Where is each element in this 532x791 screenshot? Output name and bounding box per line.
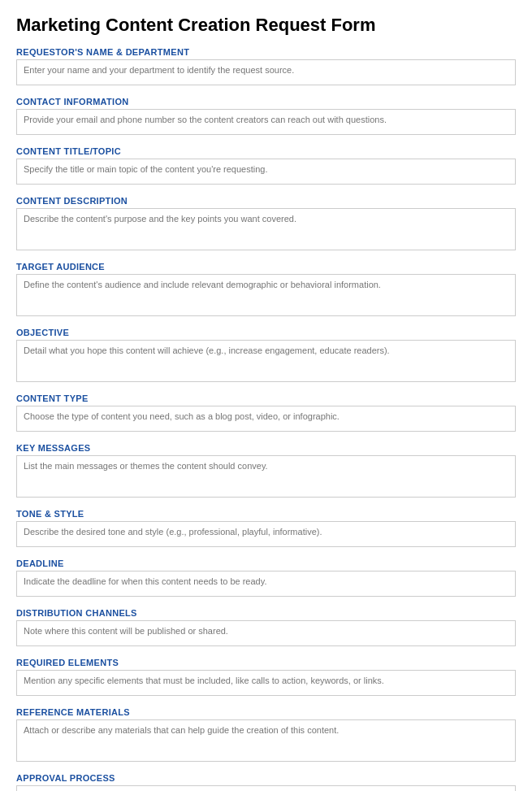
- section-content-description: CONTENT DESCRIPTION: [16, 196, 516, 254]
- label-content-title: CONTENT TITLE/TOPIC: [16, 146, 516, 156]
- label-distribution-channels: DISTRIBUTION CHANNELS: [16, 608, 516, 618]
- section-target-audience: TARGET AUDIENCE: [16, 262, 516, 319]
- section-required-elements: REQUIRED ELEMENTS: [16, 658, 516, 699]
- label-content-description: CONTENT DESCRIPTION: [16, 196, 516, 206]
- label-reference-materials: REFERENCE MATERIALS: [16, 707, 516, 717]
- label-key-messages: KEY MESSAGES: [16, 443, 516, 453]
- input-required-elements[interactable]: [16, 670, 516, 696]
- section-objective: OBJECTIVE: [16, 328, 516, 385]
- input-requestors-name[interactable]: [16, 59, 516, 85]
- input-approval-process[interactable]: [16, 785, 516, 791]
- input-content-description[interactable]: [16, 208, 516, 250]
- label-deadline: DEADLINE: [16, 558, 516, 568]
- input-contact-information[interactable]: [16, 109, 516, 135]
- input-tone-style[interactable]: [16, 521, 516, 547]
- section-tone-style: TONE & STYLE: [16, 509, 516, 550]
- label-approval-process: APPROVAL PROCESS: [16, 773, 516, 783]
- label-target-audience: TARGET AUDIENCE: [16, 262, 516, 272]
- input-content-title[interactable]: [16, 159, 516, 185]
- input-objective[interactable]: [16, 340, 516, 382]
- section-contact-information: CONTACT INFORMATION: [16, 97, 516, 138]
- section-distribution-channels: DISTRIBUTION CHANNELS: [16, 608, 516, 650]
- label-tone-style: TONE & STYLE: [16, 509, 516, 519]
- section-content-type: CONTENT TYPE: [16, 393, 516, 435]
- input-reference-materials[interactable]: [16, 719, 516, 762]
- label-contact-information: CONTACT INFORMATION: [16, 97, 516, 106]
- input-key-messages[interactable]: [16, 455, 516, 498]
- page-title: Marketing Content Creation Request Form: [16, 15, 516, 36]
- label-content-type: CONTENT TYPE: [16, 393, 516, 403]
- section-deadline: DEADLINE: [16, 558, 516, 600]
- input-deadline[interactable]: [16, 571, 516, 597]
- input-target-audience[interactable]: [16, 274, 516, 316]
- section-requestors-name: REQUESTOR'S NAME & DEPARTMENT: [16, 47, 516, 89]
- label-objective: OBJECTIVE: [16, 328, 516, 337]
- input-distribution-channels[interactable]: [16, 620, 516, 646]
- input-content-type[interactable]: [16, 406, 516, 432]
- label-required-elements: REQUIRED ELEMENTS: [16, 658, 516, 667]
- section-key-messages: KEY MESSAGES: [16, 443, 516, 501]
- section-reference-materials: REFERENCE MATERIALS: [16, 707, 516, 765]
- section-content-title: CONTENT TITLE/TOPIC: [16, 146, 516, 188]
- section-approval-process: APPROVAL PROCESS: [16, 773, 516, 791]
- label-requestors-name: REQUESTOR'S NAME & DEPARTMENT: [16, 47, 516, 57]
